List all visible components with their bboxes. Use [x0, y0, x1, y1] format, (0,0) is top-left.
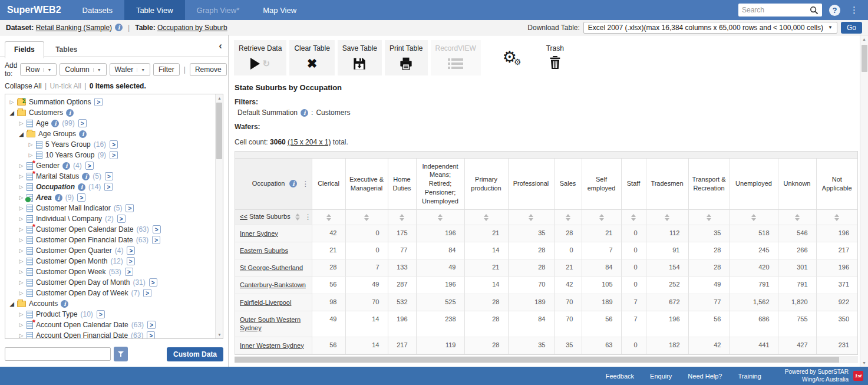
add-to-wafer-button[interactable]: Wafer▼	[110, 63, 151, 76]
trash-button[interactable]: Trash	[546, 40, 564, 71]
filter-info-icon[interactable]: i	[301, 109, 308, 117]
add-to-table-button[interactable]: >	[153, 225, 161, 233]
expand-icon[interactable]: ▷	[17, 205, 25, 211]
row-label-link[interactable]: Fairfield-Liverpool	[240, 299, 291, 306]
hscrollbar-thumb[interactable]	[235, 357, 839, 363]
help-icon[interactable]: ?	[829, 5, 840, 16]
expand-icon[interactable]: ▷	[17, 311, 25, 317]
expand-icon[interactable]: ▷	[17, 163, 25, 169]
sort-icon[interactable]	[438, 214, 443, 221]
add-to-table-button[interactable]: >	[117, 215, 126, 223]
sort-icon[interactable]	[707, 214, 711, 221]
collapse-icon[interactable]: ◢	[8, 110, 16, 116]
search-input[interactable]	[742, 6, 810, 14]
search-box[interactable]	[738, 4, 822, 17]
collapse-sidebar-icon[interactable]: ‹	[219, 40, 222, 52]
add-to-table-button[interactable]: >	[125, 268, 133, 276]
collapse-icon[interactable]: ◢	[17, 131, 25, 137]
expand-icon[interactable]: ▷	[17, 333, 25, 338]
occupation-info-icon[interactable]: i	[289, 180, 297, 187]
sort-icon[interactable]	[295, 213, 300, 221]
tree-item-account-open-calendar-date[interactable]: ▷Account Open Calendar Date(63)>	[5, 320, 223, 330]
row-label-link[interactable]: Inner Sydney	[240, 230, 278, 237]
untick-all-link[interactable]: Un-tick All	[50, 82, 81, 90]
sort-icon[interactable]	[751, 214, 756, 221]
tree-scrollbar[interactable]: ▲ ▼	[215, 94, 223, 338]
table-link[interactable]: Occupation by Suburb	[157, 24, 227, 32]
footer-link-training[interactable]: Training	[738, 373, 761, 380]
field-filter-button[interactable]	[114, 347, 128, 361]
filter-button[interactable]: Filter	[153, 63, 180, 76]
sort-icon[interactable]	[599, 214, 604, 221]
tree-item-gender[interactable]: ▷Genderi(4)>	[5, 160, 223, 171]
info-icon[interactable]: i	[62, 162, 70, 170]
collapse-icon[interactable]: ◢	[8, 301, 16, 307]
footer-link-feedback[interactable]: Feedback	[606, 373, 634, 380]
add-to-table-button[interactable]: >	[147, 321, 156, 329]
nav-item-graph-view[interactable]: Graph View*	[185, 0, 252, 20]
add-to-table-button[interactable]: >	[143, 289, 151, 297]
sort-icon[interactable]	[834, 214, 839, 221]
info-icon[interactable]: i	[51, 120, 59, 127]
add-to-row-button[interactable]: Row▼	[20, 63, 57, 76]
tree-item-customer-open-financial-date[interactable]: ▷Customer Open Financial Date(63)>	[5, 235, 223, 245]
expand-icon[interactable]: ▷	[8, 99, 16, 105]
tree-item-account-open-financial-date[interactable]: ▷Account Open Financial Date(63)>	[5, 330, 223, 339]
tree-item-customer-open-month[interactable]: ▷Customer Open Month(12)>	[5, 256, 223, 266]
tree-item-10-years-group[interactable]: ▷10 Years Group(9)>	[5, 150, 223, 160]
scrollbar-thumb[interactable]	[862, 45, 867, 72]
expand-icon[interactable]: ▷	[17, 322, 25, 328]
tree-item-customer-open-week[interactable]: ▷Customer Open Week(53)>	[5, 266, 223, 277]
expand-icon[interactable]: ▷	[17, 248, 25, 254]
expand-icon[interactable]: ▷	[17, 120, 25, 126]
custom-data-button[interactable]: Custom Data	[167, 347, 223, 361]
row-label-link[interactable]: Eastern Suburbs	[240, 247, 288, 254]
add-to-table-button[interactable]: >	[85, 162, 94, 170]
tree-item-age-groups[interactable]: ◢Age Groupsi	[5, 129, 223, 139]
table-options-gear-icon[interactable]: ⚙⚙	[503, 40, 522, 66]
row-dimension-back-link[interactable]: <<	[240, 213, 247, 220]
tree-item-customer-open-day-of-week[interactable]: ▷Customer Open Day of Week(7)>	[5, 288, 223, 298]
add-to-table-button[interactable]: >	[127, 257, 135, 265]
scroll-down-icon[interactable]: ▼	[216, 331, 223, 338]
expand-icon[interactable]: ▷	[17, 226, 25, 232]
info-icon[interactable]: i	[82, 173, 90, 180]
sort-icon[interactable]	[484, 214, 489, 221]
add-to-table-button[interactable]: >	[104, 183, 113, 191]
add-to-table-button[interactable]: >	[127, 246, 135, 255]
add-to-table-button[interactable]: >	[77, 193, 85, 202]
sort-icon[interactable]	[364, 214, 369, 221]
sort-icon[interactable]	[529, 214, 533, 221]
nav-item-table-view[interactable]: Table View	[124, 0, 185, 20]
info-icon[interactable]: i	[78, 183, 85, 191]
sort-icon[interactable]	[631, 214, 636, 221]
print-table-button[interactable]: Print Table	[385, 40, 427, 75]
column-options-kebab-icon[interactable]: ⋮	[302, 180, 309, 188]
tree-item-summation-options[interactable]: ▷Summation Options>	[5, 97, 223, 107]
sort-icon[interactable]	[326, 214, 331, 221]
expand-icon[interactable]: ▷	[17, 237, 25, 243]
tree-item-5-years-group[interactable]: ▷5 Years Group(16)>	[5, 139, 223, 150]
tree-item-occupation[interactable]: ▷Occupationi(14)>	[5, 182, 223, 192]
clear-table-button[interactable]: Clear Table ✖	[289, 40, 334, 75]
search-icon[interactable]	[810, 6, 819, 15]
tree-item-customer-open-quarter[interactable]: ▷Customer Open Quarter(4)>	[5, 245, 223, 256]
footer-link-need-help[interactable]: Need Help?	[688, 373, 722, 380]
chevron-down-icon[interactable]: ▼	[43, 68, 51, 72]
tree-item-age[interactable]: ▷Agei(99)>	[5, 118, 223, 129]
expand-icon[interactable]: ▷	[17, 258, 25, 264]
info-icon[interactable]: i	[55, 194, 62, 202]
add-to-table-button[interactable]: >	[78, 119, 87, 127]
expand-icon[interactable]: ▷	[17, 279, 25, 285]
go-button[interactable]: Go	[841, 22, 862, 34]
menu-kebab-icon[interactable]: ⋮	[847, 5, 861, 15]
add-to-table-button[interactable]: >	[147, 331, 155, 339]
row-label-link[interactable]: Canterbury-Bankstown	[240, 281, 306, 288]
collapse-all-link[interactable]: Collapse All	[5, 82, 42, 90]
add-to-table-button[interactable]: >	[105, 172, 113, 180]
add-to-table-button[interactable]: >	[110, 151, 118, 159]
tree-item-product-type[interactable]: ▷Product Type(10)>	[5, 309, 223, 320]
add-to-table-button[interactable]: >	[149, 278, 157, 287]
footer-link-enquiry[interactable]: Enquiry	[650, 373, 672, 380]
scroll-down-icon[interactable]: ▼	[860, 359, 868, 367]
